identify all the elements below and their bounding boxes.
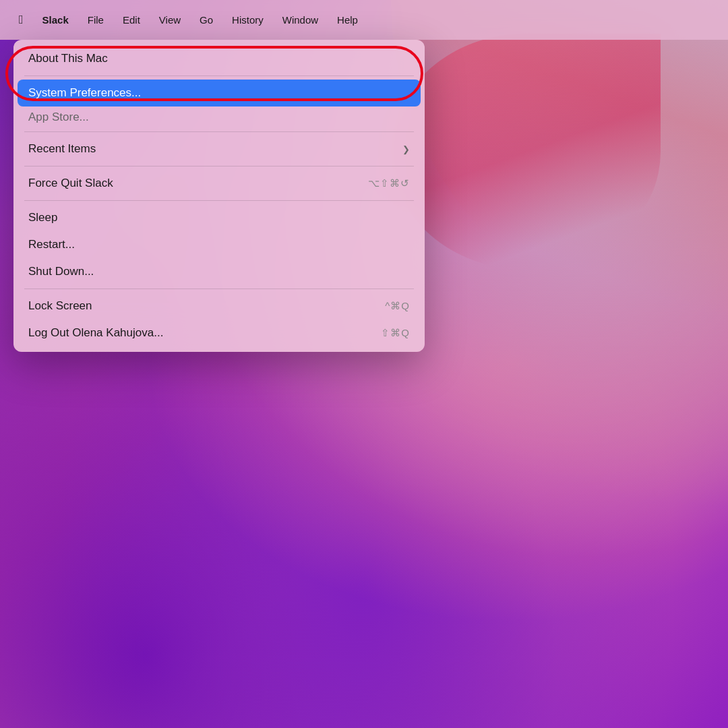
- separator-5: [24, 289, 414, 289]
- separator-2: [24, 131, 414, 132]
- menu-item-recent-items[interactable]: Recent Items ❯: [13, 135, 425, 162]
- menu-bar:  Slack File Edit View Go History Window…: [0, 0, 728, 40]
- apple-dropdown-menu: About This Mac System Preferences... App…: [13, 40, 425, 352]
- menu-item-recent-items-label: Recent Items: [28, 142, 96, 156]
- logout-shortcut: ⇧⌘Q: [381, 327, 410, 339]
- apple-menu-icon[interactable]: : [11, 10, 32, 30]
- menu-item-lock-screen-label: Lock Screen: [28, 299, 92, 313]
- chevron-right-icon: ❯: [402, 144, 410, 154]
- menu-item-app-store-label: App Store...: [28, 111, 89, 124]
- menu-item-restart-label: Restart...: [28, 238, 75, 251]
- menu-item-sleep[interactable]: Sleep: [13, 204, 425, 231]
- menubar-item-help[interactable]: Help: [329, 11, 366, 28]
- menubar-item-edit[interactable]: Edit: [115, 11, 148, 28]
- menu-item-logout-label: Log Out Olena Kahujova...: [28, 326, 163, 340]
- menu-item-restart[interactable]: Restart...: [13, 231, 425, 258]
- menu-item-logout[interactable]: Log Out Olena Kahujova... ⇧⌘Q: [13, 320, 425, 346]
- lock-screen-shortcut: ^⌘Q: [385, 300, 410, 312]
- menu-item-system-preferences[interactable]: System Preferences...: [18, 80, 421, 107]
- menu-item-about-label: About This Mac: [28, 52, 108, 65]
- separator-3: [24, 166, 414, 166]
- menubar-item-file[interactable]: File: [80, 11, 112, 28]
- separator-1: [24, 75, 414, 76]
- menubar-item-slack[interactable]: Slack: [34, 11, 77, 28]
- menubar-item-view[interactable]: View: [151, 11, 189, 28]
- menu-item-shutdown-label: Shut Down...: [28, 265, 94, 278]
- menu-item-shutdown[interactable]: Shut Down...: [13, 258, 425, 285]
- menubar-item-history[interactable]: History: [224, 11, 272, 28]
- menu-item-app-store[interactable]: App Store...: [13, 107, 425, 128]
- menu-item-force-quit-label: Force Quit Slack: [28, 177, 113, 190]
- menubar-item-window[interactable]: Window: [274, 11, 326, 28]
- separator-4: [24, 200, 414, 201]
- menubar-item-go[interactable]: Go: [191, 11, 221, 28]
- wallpaper-shape-2: [391, 34, 661, 270]
- force-quit-shortcut: ⌥⇧⌘↺: [368, 177, 410, 189]
- menu-item-system-preferences-label: System Preferences...: [28, 86, 141, 100]
- menu-item-lock-screen[interactable]: Lock Screen ^⌘Q: [13, 293, 425, 320]
- menu-item-about[interactable]: About This Mac: [13, 45, 425, 72]
- menu-item-sleep-label: Sleep: [28, 211, 57, 224]
- menu-item-force-quit[interactable]: Force Quit Slack ⌥⇧⌘↺: [13, 170, 425, 197]
